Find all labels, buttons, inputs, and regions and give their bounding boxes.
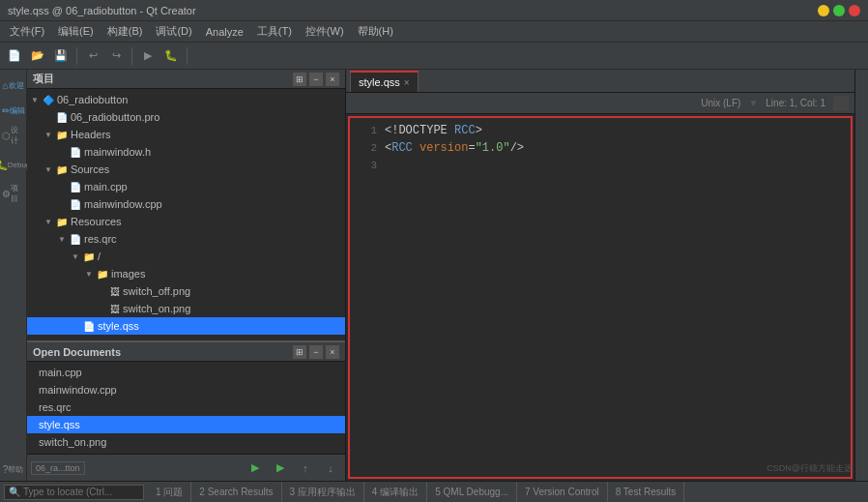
sidebar-icon-welcome[interactable]: ⌂欢迎 bbox=[2, 74, 25, 97]
tab-label: style.qss bbox=[359, 76, 400, 88]
toolbar-sep-1 bbox=[76, 47, 77, 65]
tree-item-5[interactable]: ▼📁Sources bbox=[27, 161, 345, 178]
tab-close-icon[interactable]: × bbox=[404, 77, 410, 88]
line-number-3: 3 bbox=[354, 160, 377, 171]
open-docs-list: main.cppmainwindow.cppres.qrcstyle.qsssw… bbox=[27, 362, 345, 454]
editor-area: style.qss × Unix (LF) ▼ Line: 1, Col: 1 … bbox=[346, 70, 854, 481]
run-button[interactable]: ▶ bbox=[245, 458, 266, 479]
panel-header-controls: ⊞ − × bbox=[293, 73, 339, 86]
tree-label-13: switch_on.png bbox=[123, 303, 190, 314]
close-button[interactable] bbox=[849, 5, 860, 16]
window-controls bbox=[818, 5, 860, 16]
tree-item-13[interactable]: 🖼switch_on.png bbox=[27, 300, 345, 317]
toolbar-sep-3 bbox=[187, 47, 188, 65]
open-docs-controls: ⊞ − × bbox=[293, 345, 339, 359]
tree-item-10[interactable]: ▼📁/ bbox=[27, 248, 345, 265]
title-bar: style.qss @ 06_radiobutton - Qt Creator bbox=[0, 0, 868, 21]
maximize-button[interactable] bbox=[833, 5, 845, 16]
tree-item-3[interactable]: ▼📁Headers bbox=[27, 126, 345, 143]
left-sidebar: ⌂欢迎 ✏编辑 ⬡设计 🐛Debug ⚙项目 ?帮助 bbox=[0, 70, 27, 481]
open-doc-style.qss[interactable]: style.qss bbox=[27, 416, 345, 433]
code-line-1: 1 <!DOCTYPE RCC> bbox=[350, 122, 851, 139]
tree-label-1: 06_radiobutton bbox=[57, 94, 128, 105]
tree-item-11[interactable]: ▼📁images bbox=[27, 265, 345, 282]
panel-filter-btn[interactable]: ⊞ bbox=[293, 73, 306, 86]
project-label: 06_ra...tton bbox=[31, 461, 85, 475]
menu-bar: 文件(F) 编辑(E) 构建(B) 调试(D) Analyze 工具(T) 控件… bbox=[0, 21, 868, 43]
lock-icon[interactable] bbox=[833, 96, 849, 111]
menu-file[interactable]: 文件(F) bbox=[4, 22, 50, 41]
tree-label-10: / bbox=[98, 251, 101, 262]
status-qml-debug[interactable]: 5 QML Debugg... bbox=[427, 482, 517, 502]
status-app-output[interactable]: 3 应用程序输出 bbox=[282, 482, 364, 502]
panel-collapse-btn[interactable]: − bbox=[309, 73, 323, 86]
tree-item-4[interactable]: 📄mainwindow.h bbox=[27, 143, 345, 161]
toolbar-save[interactable]: 💾 bbox=[50, 45, 72, 67]
toolbar-undo[interactable]: ↩ bbox=[82, 45, 103, 67]
toolbar-sep-2 bbox=[131, 47, 132, 65]
toolbar-redo[interactable]: ↪ bbox=[105, 45, 127, 67]
tree-item-12[interactable]: 🖼switch_off.png bbox=[27, 282, 345, 300]
open-docs-close-btn[interactable]: × bbox=[326, 345, 339, 359]
menu-help[interactable]: 帮助(H) bbox=[352, 22, 399, 41]
sidebar-icon-design[interactable]: ⬡设计 bbox=[2, 124, 25, 147]
status-compile[interactable]: 4 编译输出 bbox=[364, 482, 427, 502]
toolbar-new[interactable]: 📄 bbox=[4, 45, 25, 67]
active-tab[interactable]: style.qss × bbox=[350, 71, 419, 92]
sidebar-icon-projects[interactable]: ⚙项目 bbox=[2, 182, 25, 205]
tree-item-6[interactable]: 📄main.cpp bbox=[27, 178, 345, 195]
position-label: Line: 1, Col: 1 bbox=[766, 98, 825, 108]
panel-close-btn[interactable]: × bbox=[326, 73, 339, 86]
toolbar-open[interactable]: 📂 bbox=[27, 45, 48, 67]
tree-label-8: Resources bbox=[71, 216, 122, 227]
menu-analyze[interactable]: Analyze bbox=[200, 24, 249, 40]
status-test-results[interactable]: 8 Test Results bbox=[608, 482, 685, 502]
line-number-2: 2 bbox=[354, 142, 377, 154]
tree-label-4: mainwindow.h bbox=[84, 146, 151, 158]
locate-input[interactable] bbox=[23, 487, 139, 497]
menu-tools[interactable]: 工具(T) bbox=[251, 22, 298, 41]
status-problems[interactable]: 1 问题 bbox=[148, 482, 191, 502]
menu-debug[interactable]: 调试(D) bbox=[150, 22, 197, 41]
sidebar-icon-help[interactable]: ?帮助 bbox=[2, 458, 25, 481]
open-doc-main.cpp[interactable]: main.cpp bbox=[27, 364, 345, 381]
code-content-1: <!DOCTYPE RCC> bbox=[385, 124, 482, 137]
debug-run-button[interactable]: ▶ bbox=[270, 458, 291, 479]
tree-item-14[interactable]: 📄style.qss bbox=[27, 317, 345, 335]
status-search-results[interactable]: 2 Search Results bbox=[191, 482, 281, 502]
tree-item-9[interactable]: ▼📄res.qrc bbox=[27, 230, 345, 248]
sidebar-icon-edit[interactable]: ✏编辑 bbox=[2, 99, 25, 122]
toolbar-build[interactable]: ▶ bbox=[137, 45, 159, 67]
open-doc-res.qrc[interactable]: res.qrc bbox=[27, 399, 345, 416]
tree-item-2[interactable]: 📄06_radiobutton.pro bbox=[27, 108, 345, 126]
search-icon: 🔍 bbox=[9, 487, 20, 497]
tree-item-8[interactable]: ▼📁Resources bbox=[27, 213, 345, 230]
status-version-control[interactable]: 7 Version Control bbox=[517, 482, 608, 502]
toolbar-debug-btn[interactable]: 🐛 bbox=[160, 45, 182, 67]
tree-item-7[interactable]: 📄mainwindow.cpp bbox=[27, 195, 345, 213]
tree-label-5: Sources bbox=[71, 163, 109, 175]
file-tree: ▼🔷06_radiobutton 📄06_radiobutton.pro▼📁He… bbox=[27, 89, 345, 340]
tree-label-3: Headers bbox=[71, 129, 111, 140]
minimize-button[interactable] bbox=[818, 5, 829, 16]
step-down-button[interactable]: ↓ bbox=[320, 458, 341, 479]
tree-label-6: main.cpp bbox=[84, 181, 128, 192]
open-doc-switch_on.png[interactable]: switch_on.png bbox=[27, 433, 345, 451]
code-line-3: 3 bbox=[350, 157, 851, 174]
menu-build[interactable]: 构建(B) bbox=[101, 22, 149, 41]
menu-edit[interactable]: 编辑(E) bbox=[52, 22, 100, 41]
right-sidebar bbox=[854, 70, 868, 481]
open-docs-collapse-btn[interactable]: − bbox=[309, 345, 323, 359]
editor-info-bar: Unix (LF) ▼ Line: 1, Col: 1 bbox=[346, 93, 854, 114]
menu-controls[interactable]: 控件(W) bbox=[300, 22, 350, 41]
open-docs-pin-btn[interactable]: ⊞ bbox=[293, 345, 306, 359]
open-doc-mainwindow.cpp[interactable]: mainwindow.cpp bbox=[27, 381, 345, 399]
status-search-box[interactable]: 🔍 bbox=[4, 485, 144, 500]
tree-item-1[interactable]: ▼🔷06_radiobutton bbox=[27, 91, 345, 108]
tree-label-11: images bbox=[111, 268, 145, 280]
line-number-1: 1 bbox=[354, 125, 377, 136]
window-title: style.qss @ 06_radiobutton - Qt Creator bbox=[8, 5, 196, 16]
code-editor[interactable]: 1 <!DOCTYPE RCC> 2 <RCC version="1.0"/> … bbox=[348, 116, 853, 479]
sidebar-icon-debug[interactable]: 🐛Debug bbox=[2, 153, 25, 176]
step-up-button[interactable]: ↑ bbox=[295, 458, 316, 479]
